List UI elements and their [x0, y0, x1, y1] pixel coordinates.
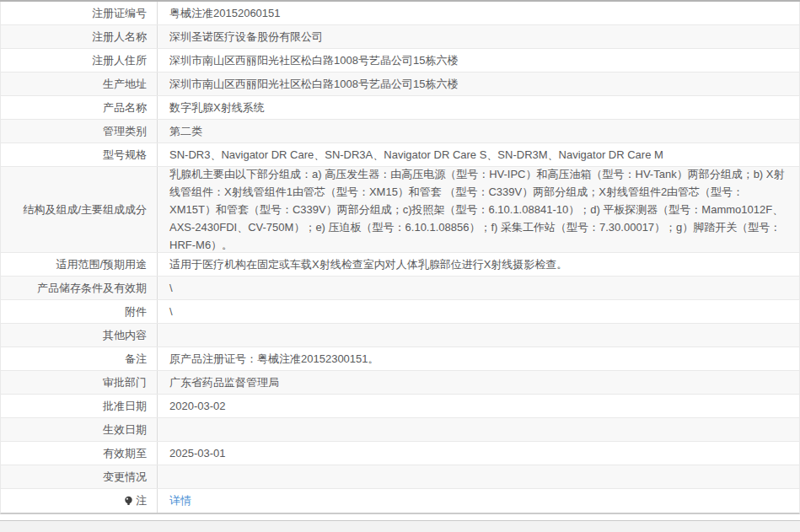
row-label-management-class: 管理类别: [1, 120, 158, 142]
table-row-change-status: 变更情况: [1, 465, 799, 489]
row-label-text: 注册人名称: [92, 30, 147, 45]
row-label-text: 批准日期: [103, 399, 147, 414]
row-value-cell-registrant-address: 深圳市南山区西丽阳光社区松白路1008号艺晶公司15栋六楼: [158, 49, 799, 72]
row-value-cell-storage-conditions: \: [158, 277, 799, 299]
row-label-text: 型号规格: [103, 148, 147, 163]
row-value-cell-production-address: 深圳市南山区西丽阳光社区松白路1008号艺晶公司15栋六楼: [158, 73, 799, 95]
row-label-registration-number: 注册证编号: [1, 2, 158, 24]
row-value-text: 原产品注册证号：粤械注准20152300151。: [169, 352, 379, 367]
registration-info-table: 注册证编号粤械注准20152060151注册人名称深圳圣诺医疗设备股份有限公司注…: [0, 2, 800, 514]
row-label-text: 变更情况: [103, 470, 147, 485]
row-label-text: 其他内容: [103, 328, 147, 343]
row-label-text: 备注: [125, 352, 147, 367]
row-value-cell-approval-date: 2020-03-02: [158, 395, 799, 417]
row-label-production-address: 生产地址: [1, 73, 158, 95]
row-value-text: 2020-03-02: [169, 400, 226, 412]
row-label-text: 生产地址: [103, 77, 147, 92]
row-label-intended-use: 适用范围/预期用途: [1, 253, 158, 276]
row-value-cell-model-spec: SN-DR3、Navigator DR Care、SN-DR3A、Navigat…: [158, 143, 799, 166]
table-row-model-spec: 型号规格SN-DR3、Navigator DR Care、SN-DR3A、Nav…: [1, 143, 799, 167]
table-row-intended-use: 适用范围/预期用途适用于医疗机构在固定或车载X射线检查室内对人体乳腺部位进行X射…: [1, 253, 799, 277]
row-label-effective-date: 生效日期: [1, 418, 158, 441]
row-value-text: \: [169, 282, 173, 294]
row-value-cell-product-name: 数字乳腺X射线系统: [158, 96, 799, 119]
row-label-text: 管理类别: [103, 124, 147, 139]
row-value-cell-change-status: [158, 465, 799, 488]
row-label-text: 附件: [125, 304, 147, 320]
row-label-text: 生效日期: [103, 422, 147, 438]
row-label-approval-department: 审批部门: [1, 371, 158, 394]
table-row-approval-date: 批准日期2020-03-02: [1, 395, 799, 418]
table-row-attachments: 附件\: [1, 300, 799, 324]
bulb-icon: [124, 496, 133, 506]
table-row-registrant-address: 注册人住所深圳市南山区西丽阳光社区松白路1008号艺晶公司15栋六楼: [1, 49, 799, 73]
row-value-text: 广东省药品监督管理局: [169, 375, 279, 390]
row-value-text: 乳腺机主要由以下部分组成：a) 高压发生器：由高压电源（型号：HV-IPC）和高…: [169, 165, 787, 254]
row-value-cell-registrant-name: 深圳圣诺医疗设备股份有限公司: [158, 25, 799, 48]
row-value-cell-valid-until: 2025-03-01: [158, 442, 799, 465]
row-label-approval-date: 批准日期: [1, 395, 158, 417]
row-value-cell-composition: 乳腺机主要由以下部分组成：a) 高压发生器：由高压电源（型号：HV-IPC）和高…: [158, 167, 799, 252]
table-row-registration-number: 注册证编号粤械注准20152060151: [1, 2, 799, 25]
row-label-storage-conditions: 产品储存条件及有效期: [1, 277, 158, 299]
row-label-composition: 结构及组成/主要组成成分: [1, 167, 158, 252]
table-row-note: 注详情: [1, 489, 799, 513]
table-row-composition: 结构及组成/主要组成成分乳腺机主要由以下部分组成：a) 高压发生器：由高压电源（…: [1, 167, 799, 253]
row-label-text: 注: [136, 493, 147, 508]
table-row-management-class: 管理类别第二类: [1, 120, 799, 143]
row-value-cell-attachments: \: [158, 300, 799, 323]
row-label-attachments: 附件: [1, 300, 158, 323]
table-row-other-content: 其他内容: [1, 324, 799, 347]
row-label-registrant-address: 注册人住所: [1, 49, 158, 72]
footer-divider: [0, 520, 800, 532]
row-label-other-content: 其他内容: [1, 324, 158, 347]
row-value-cell-intended-use: 适用于医疗机构在固定或车载X射线检查室内对人体乳腺部位进行X射线摄影检查。: [158, 253, 799, 276]
row-value-cell-remarks: 原产品注册证号：粤械注准20152300151。: [158, 347, 799, 370]
row-label-text: 产品名称: [103, 100, 147, 116]
row-label-text: 注册证编号: [92, 6, 147, 21]
row-label-text: 适用范围/预期用途: [56, 257, 147, 272]
row-value-cell-note: 详情: [158, 489, 799, 513]
row-label-registrant-name: 注册人名称: [1, 25, 158, 48]
table-row-storage-conditions: 产品储存条件及有效期\: [1, 277, 799, 300]
row-value-text: 适用于医疗机构在固定或车载X射线检查室内对人体乳腺部位进行X射线摄影检查。: [169, 257, 567, 272]
row-label-text: 有效期至: [103, 446, 147, 461]
row-value-cell-registration-number: 粤械注准20152060151: [158, 2, 799, 24]
row-value-text: 数字乳腺X射线系统: [169, 100, 265, 116]
row-label-text: 产品储存条件及有效期: [37, 281, 147, 296]
table-row-approval-department: 审批部门广东省药品监督管理局: [1, 371, 799, 395]
row-value-cell-other-content: [158, 324, 799, 347]
row-value-text: 第二类: [169, 124, 202, 139]
row-label-valid-until: 有效期至: [1, 442, 158, 465]
row-value-text: 深圳市南山区西丽阳光社区松白路1008号艺晶公司15栋六楼: [169, 53, 458, 68]
table-row-effective-date: 生效日期: [1, 418, 799, 442]
table-row-valid-until: 有效期至2025-03-01: [1, 442, 799, 465]
row-label-text: 审批部门: [103, 375, 147, 390]
row-value-text: 深圳市南山区西丽阳光社区松白路1008号艺晶公司15栋六楼: [169, 77, 458, 92]
row-value-cell-effective-date: [158, 418, 799, 441]
row-value-text: 粤械注准20152060151: [169, 6, 281, 21]
table-row-registrant-name: 注册人名称深圳圣诺医疗设备股份有限公司: [1, 25, 799, 49]
row-value-text: 2025-03-01: [169, 447, 226, 459]
table-row-product-name: 产品名称数字乳腺X射线系统: [1, 96, 799, 120]
row-label-remarks: 备注: [1, 347, 158, 370]
row-label-product-name: 产品名称: [1, 96, 158, 119]
row-value-cell-approval-department: 广东省药品监督管理局: [158, 371, 799, 394]
row-label-text: 注册人住所: [92, 53, 147, 68]
detail-link[interactable]: 详情: [169, 493, 191, 508]
row-value-text: SN-DR3、Navigator DR Care、SN-DR3A、Navigat…: [169, 148, 663, 163]
row-value-text: 深圳圣诺医疗设备股份有限公司: [169, 30, 323, 45]
table-bottom-gap: [0, 514, 800, 520]
table-row-production-address: 生产地址深圳市南山区西丽阳光社区松白路1008号艺晶公司15栋六楼: [1, 73, 799, 96]
row-label-change-status: 变更情况: [1, 465, 158, 488]
row-value-cell-management-class: 第二类: [158, 120, 799, 142]
table-row-remarks: 备注原产品注册证号：粤械注准20152300151。: [1, 347, 799, 371]
row-value-text: \: [169, 305, 173, 318]
row-label-text: 结构及组成/主要组成成分: [23, 202, 147, 218]
row-label-model-spec: 型号规格: [1, 143, 158, 166]
row-label-note: 注: [1, 489, 158, 513]
